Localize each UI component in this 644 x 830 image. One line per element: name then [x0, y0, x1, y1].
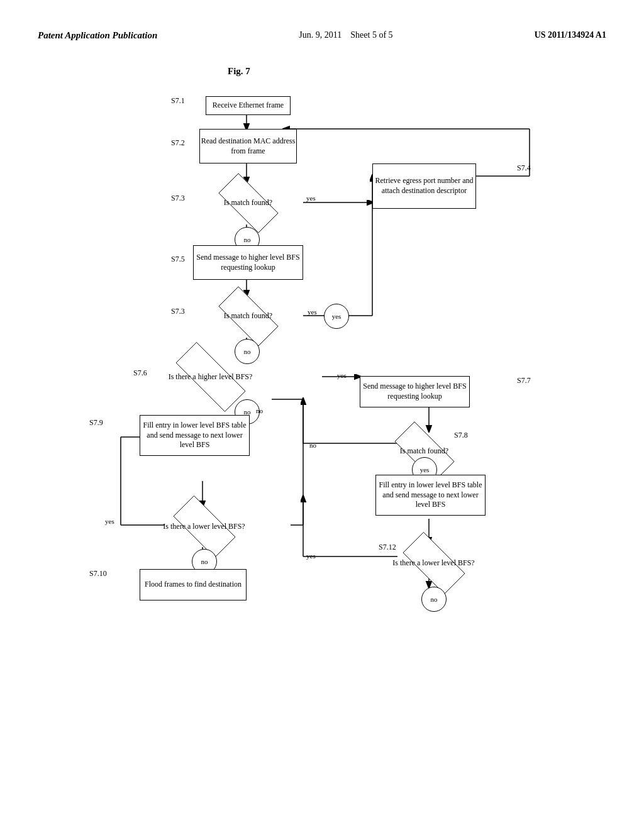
figure-title: Fig. 7 — [228, 66, 250, 77]
s79b-yes-label: yes — [105, 517, 114, 525]
s712-no-circle: no — [421, 587, 447, 612]
s73b-label: S7.3 — [171, 307, 185, 316]
s710-box: Flood frames to find destination — [140, 569, 247, 600]
s73b-yes-label: yes — [308, 308, 317, 316]
s75-box: Send message to higher level BFS request… — [193, 245, 303, 280]
s78-no-label: no — [309, 441, 316, 449]
s712-yes-label: yes — [306, 552, 316, 560]
sheet: Sheet 5 of 5 — [350, 30, 392, 40]
s79b-diamond: Is there a lower level BFS? — [152, 506, 256, 547]
s74-label: S7.4 — [517, 163, 531, 173]
s77-box: Send message to higher level BFS request… — [360, 376, 470, 407]
s71-label: S7.1 — [171, 96, 185, 106]
patent-title: Patent Application Publication — [38, 30, 157, 41]
s79-box: Fill entry in lower level BFS table and … — [140, 415, 250, 456]
s71-box: Receive Ethernet frame — [206, 96, 291, 115]
s73a-diamond: Is match found? — [199, 182, 297, 223]
s77-label: S7.7 — [517, 376, 531, 385]
s710-label: S7.10 — [89, 569, 107, 578]
diagram-area: Fig. 7 — [39, 66, 605, 726]
s72-label: S7.2 — [171, 138, 185, 148]
page: Patent Application Publication Jun. 9, 2… — [0, 0, 644, 830]
s712-diamond: Is there a lower level BFS? — [382, 543, 486, 584]
s711-box: Fill entry in lower level BFS table and … — [375, 475, 486, 516]
s73a-label: S7.3 — [171, 194, 185, 203]
s73b-diamond: Is match found? — [199, 296, 297, 336]
s79-label: S7.9 — [89, 418, 103, 428]
s76-no-label: no — [256, 407, 263, 414]
s73a-yes-label: yes — [306, 194, 316, 202]
s75-label: S7.5 — [171, 255, 185, 264]
header: Patent Application Publication Jun. 9, 2… — [0, 0, 644, 53]
s76-label: S7.6 — [133, 368, 147, 378]
s74-box: Retrieve egress port number and attach d… — [372, 163, 476, 209]
date: Jun. 9, 2011 — [299, 30, 341, 40]
header-center: Jun. 9, 2011 Sheet 5 of 5 — [299, 30, 392, 40]
s76-yes-label: yes — [337, 372, 347, 379]
s72-box: Read destination MAC address from frame — [199, 129, 297, 163]
s76-diamond: Is there a higher level BFS? — [149, 357, 272, 397]
patent-number: US 2011/134924 A1 — [535, 30, 606, 40]
s73b-yes-circle: yes — [324, 304, 349, 329]
